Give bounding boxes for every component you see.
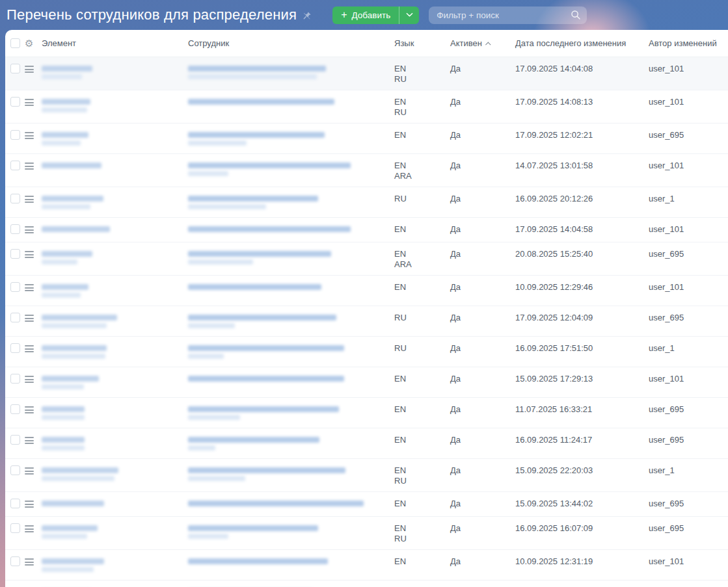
element-link[interactable] (42, 343, 188, 361)
column-header-active[interactable]: Активен (450, 38, 515, 48)
row-checkbox[interactable] (10, 435, 20, 445)
redacted-text (188, 204, 266, 209)
date-cell: 16.09.2025 20:12:26 (515, 194, 649, 203)
redacted-text (42, 476, 115, 481)
element-link[interactable] (42, 523, 188, 541)
grid-card: ⚙ Элемент Сотрудник Язык Активен Дата по… (5, 30, 728, 587)
row-checkbox[interactable] (10, 161, 20, 170)
redacted-text (42, 558, 104, 564)
row-menu-icon[interactable] (25, 99, 34, 106)
row-checkbox[interactable] (10, 374, 20, 384)
row-menu-icon[interactable] (25, 437, 34, 444)
row-menu-icon[interactable] (25, 284, 34, 291)
row-menu-icon[interactable] (25, 558, 34, 566)
element-link[interactable] (42, 130, 188, 148)
row-checkbox[interactable] (10, 465, 20, 475)
element-link[interactable] (42, 194, 188, 212)
gear-icon[interactable]: ⚙ (25, 38, 33, 49)
active-cell: Да (450, 465, 515, 475)
language-value: ARA (394, 171, 450, 181)
date-cell: 15.09.2025 17:29:13 (515, 374, 649, 384)
row-checkbox[interactable] (10, 194, 20, 203)
language-cell: RU (394, 194, 450, 204)
language-cell: ENARA (394, 249, 450, 270)
row-checkbox[interactable] (10, 130, 20, 140)
active-cell: Да (450, 194, 515, 203)
topbar: Перечень сотрудников для распределения +… (0, 0, 728, 30)
element-link[interactable] (42, 499, 188, 509)
element-link[interactable] (42, 282, 188, 300)
date-cell: 15.09.2025 13:44:02 (515, 499, 649, 508)
active-cell: Да (450, 161, 515, 170)
redacted-text (188, 226, 351, 232)
column-header-language[interactable]: Язык (394, 38, 450, 48)
row-checkbox[interactable] (10, 224, 20, 234)
row-checkbox[interactable] (10, 343, 20, 353)
select-all-checkbox[interactable] (10, 38, 20, 48)
row-checkbox[interactable] (10, 499, 20, 508)
row-checkbox[interactable] (10, 97, 20, 107)
row-checkbox[interactable] (10, 64, 20, 73)
table-row: ENRU Да 15.09.2025 22:20:03 user_1 (5, 459, 728, 492)
employee-cell (188, 499, 394, 509)
language-value: RU (394, 534, 450, 544)
add-dropdown-button[interactable] (399, 7, 419, 24)
language-cell: EN (394, 404, 450, 415)
filter-search-box[interactable] (429, 7, 587, 24)
element-link[interactable] (42, 224, 188, 235)
row-menu-icon[interactable] (25, 163, 34, 170)
table-row: RU Да 17.09.2025 12:04:09 user_695 (5, 306, 728, 337)
element-link[interactable] (42, 465, 188, 484)
column-header-date[interactable]: Дата последнего изменения (515, 38, 649, 48)
element-link[interactable] (42, 161, 188, 171)
element-link[interactable] (42, 404, 188, 423)
row-checkbox[interactable] (10, 523, 20, 533)
element-link[interactable] (42, 249, 188, 267)
row-checkbox[interactable] (10, 313, 20, 322)
element-link[interactable] (42, 374, 188, 392)
row-checkbox[interactable] (10, 249, 20, 259)
row-menu-icon[interactable] (25, 66, 34, 73)
column-header-employee[interactable]: Сотрудник (188, 38, 394, 48)
row-menu-icon[interactable] (25, 525, 34, 532)
table-row: RU Да 16.09.2025 17:51:50 user_1 (5, 337, 728, 367)
element-link[interactable] (42, 64, 188, 82)
row-checkbox[interactable] (10, 556, 20, 566)
employee-cell (188, 404, 394, 423)
row-menu-icon[interactable] (25, 501, 34, 508)
redacted-text (42, 384, 84, 389)
row-menu-icon[interactable] (25, 345, 34, 352)
redacted-text (42, 107, 87, 112)
row-menu-icon[interactable] (25, 406, 34, 413)
element-link[interactable] (42, 435, 188, 453)
search-input[interactable] (437, 10, 571, 20)
add-button[interactable]: + Добавить (332, 7, 399, 24)
row-menu-icon[interactable] (25, 467, 34, 475)
author-cell: user_695 (649, 249, 728, 259)
column-header-element[interactable]: Элемент (42, 38, 188, 48)
row-menu-icon[interactable] (25, 251, 34, 258)
language-value: RU (394, 313, 450, 323)
row-checkbox[interactable] (10, 404, 20, 414)
search-icon (571, 10, 581, 20)
pin-icon[interactable] (303, 11, 312, 22)
row-menu-icon[interactable] (25, 196, 34, 203)
redacted-text (188, 467, 345, 473)
row-menu-icon[interactable] (25, 132, 34, 139)
element-link[interactable] (42, 97, 188, 115)
redacted-text (188, 345, 344, 351)
element-link[interactable] (42, 556, 188, 575)
column-header-author[interactable]: Автор изменений (649, 38, 728, 48)
row-menu-icon[interactable] (25, 226, 34, 233)
redacted-text (188, 132, 325, 138)
table-row: RU Да 16.09.2025 20:12:26 user_1 (5, 187, 728, 218)
row-menu-icon[interactable] (25, 376, 34, 383)
date-cell: 17.09.2025 12:04:09 (515, 313, 649, 322)
redacted-text (42, 323, 107, 328)
redacted-text (188, 558, 328, 564)
language-value: EN (394, 499, 450, 509)
row-menu-icon[interactable] (25, 315, 34, 322)
row-checkbox[interactable] (10, 282, 20, 292)
redacted-text (188, 99, 334, 105)
element-link[interactable] (42, 313, 188, 331)
